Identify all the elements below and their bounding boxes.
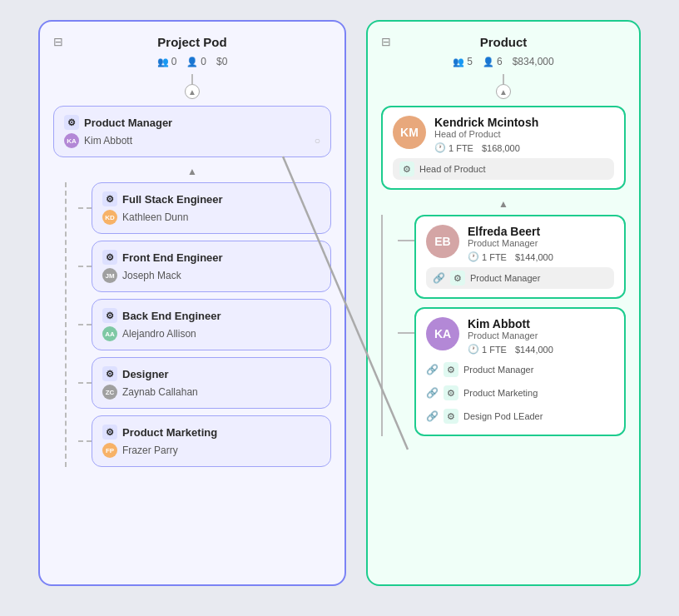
right-stat-roles: 👤 6	[483, 56, 503, 67]
left-child-v-line	[65, 182, 67, 467]
right-child-avatar-0: EB	[426, 225, 459, 258]
gear-icon-1: ⚙	[102, 250, 117, 265]
right-stat-people: 👥 5	[453, 56, 473, 67]
right-root-role-tag: ⚙ Head of Product	[393, 158, 614, 180]
right-expand-button[interactable]: ▲	[497, 196, 510, 211]
left-expand-button[interactable]: ▲	[186, 164, 199, 179]
link-icon-0: 🔗	[433, 272, 445, 284]
avatar-3: ZC	[102, 385, 117, 400]
right-child-info-0: Elfreda Beert Product Manager 🕐 1 FTE $1…	[468, 225, 614, 262]
right-h-line-1	[398, 332, 414, 334]
right-child-details-0: 🕐 1 FTE $144,000	[468, 251, 614, 262]
left-root-card-title: ⚙ Product Manager	[64, 115, 320, 130]
left-panel-stats: 👥 0 👤 0 $0	[53, 56, 331, 67]
link-icon-1a: 🔗	[426, 364, 439, 375]
gear-icon-4: ⚙	[102, 425, 117, 440]
left-panel-collapse-button[interactable]: ⊟	[53, 35, 63, 48]
left-child-card-3[interactable]: ⚙ Designer ZC Zaynab Callahan	[92, 357, 331, 409]
right-panel-header: ⊟ Product	[381, 35, 626, 49]
right-panel: ⊟ Product 👥 5 👤 6 $834,000 ▲	[366, 20, 641, 586]
gear-icon-child-1b: ⚙	[444, 385, 458, 400]
right-child-header-0: EB Elfreda Beert Product Manager 🕐 1 FTE	[426, 225, 614, 262]
left-children-area: ⚙ Full Stack Engineer KD Kathleen Dunn ⚙…	[53, 182, 331, 467]
left-child-h-line-3	[78, 382, 92, 384]
right-child-salary-1: $144,000	[515, 345, 553, 355]
left-child-card-4[interactable]: ⚙ Product Marketing FP Frazer Parry	[92, 415, 331, 467]
left-child-h-line-4	[78, 440, 92, 442]
right-root-fte: 🕐 1 FTE	[434, 142, 473, 153]
avatar-2: AA	[102, 326, 117, 341]
left-root-card-person: KA Kim Abbott ○	[64, 133, 320, 148]
gear-icon-2: ⚙	[102, 308, 117, 323]
card-more-icon[interactable]: ○	[315, 135, 320, 147]
right-child-card-0[interactable]: EB Elfreda Beert Product Manager 🕐 1 FTE	[414, 215, 626, 299]
gear-icon-0: ⚙	[102, 191, 117, 206]
right-child-fte-1: 🕐 1 FTE	[468, 344, 507, 355]
left-child-row-0: ⚙ Full Stack Engineer KD Kathleen Dunn	[78, 182, 331, 234]
left-child-person-2: AA Alejandro Allison	[102, 326, 320, 341]
link-icon-1b: 🔗	[426, 387, 439, 399]
left-child-h-line-2	[78, 324, 92, 325]
right-panel-title: Product	[480, 35, 528, 49]
left-root-avatar: KA	[64, 133, 79, 148]
right-child-salary-0: $144,000	[515, 252, 553, 262]
right-children-toggle: ▲	[381, 196, 626, 211]
right-root-details: 🕐 1 FTE $168,000	[434, 142, 614, 153]
left-child-card-0[interactable]: ⚙ Full Stack Engineer KD Kathleen Dunn	[92, 182, 331, 234]
left-top-connector: ▲	[53, 74, 331, 99]
link-icon-1c: 🔗	[426, 410, 439, 422]
left-child-card-title-2: ⚙ Back End Engineer	[102, 308, 320, 323]
avatar-0: KD	[102, 210, 117, 225]
left-panel-title: Project Pod	[157, 35, 226, 49]
left-child-row-4: ⚙ Product Marketing FP Frazer Parry	[78, 415, 331, 467]
right-panel-collapse-button[interactable]: ⊟	[381, 35, 391, 48]
right-child-name-1: Kim Abbott	[468, 317, 614, 330]
right-child-role-tag-1c: 🔗 ⚙ Design Pod LEader	[426, 406, 614, 426]
right-root-role: Head of Product	[434, 129, 614, 139]
right-child-role-tag-1a: 🔗 ⚙ Product Manager	[426, 360, 614, 380]
right-children-area: EB Elfreda Beert Product Manager 🕐 1 FTE	[381, 215, 626, 436]
right-child-header-1: KA Kim Abbott Product Manager 🕐 1 FTE	[426, 317, 614, 355]
left-collapse-button[interactable]: ▲	[185, 84, 200, 99]
gear-icon-3: ⚙	[102, 366, 117, 381]
left-panel: ⊟ Project Pod 👥 0 👤 0 $0 ▲	[38, 20, 346, 586]
right-root-avatar: KM	[393, 116, 426, 149]
right-child-role-tag-0: 🔗 ⚙ Product Manager	[426, 267, 614, 289]
avatar-4: FP	[102, 443, 117, 458]
roles-icon: 👤	[186, 57, 198, 67]
left-child-card-1[interactable]: ⚙ Front End Engineer JM Joseph Mack	[92, 241, 331, 292]
right-root-card[interactable]: KM Kendrick Mcintosh Head of Product 🕐 1…	[381, 106, 626, 190]
left-child-row-2: ⚙ Back End Engineer AA Alejandro Allison	[78, 299, 331, 350]
left-child-card-2[interactable]: ⚙ Back End Engineer AA Alejandro Allison	[92, 299, 331, 350]
left-child-row-1: ⚙ Front End Engineer JM Joseph Mack	[78, 241, 331, 292]
right-roles-icon: 👤	[483, 57, 494, 67]
gear-icon-child-1a: ⚙	[444, 362, 458, 377]
right-panel-stats: 👥 5 👤 6 $834,000	[381, 56, 626, 67]
right-child-card-1[interactable]: KA Kim Abbott Product Manager 🕐 1 FTE	[414, 307, 626, 436]
right-child-row-0: EB Elfreda Beert Product Manager 🕐 1 FTE	[398, 215, 626, 299]
people-icon: 👥	[157, 57, 169, 67]
right-root-name: Kendrick Mcintosh	[434, 116, 614, 129]
right-child-v-line	[381, 215, 383, 436]
left-child-person-0: KD Kathleen Dunn	[102, 210, 320, 225]
gear-icon-child-0: ⚙	[450, 271, 465, 286]
right-child-role-0: Product Manager	[468, 238, 614, 248]
right-child-name-0: Elfreda Beert	[468, 225, 614, 238]
left-stat-people: 👥 0	[157, 56, 177, 67]
gear-icon: ⚙	[64, 115, 79, 130]
left-child-person-1: JM Joseph Mack	[102, 268, 320, 283]
left-child-card-title-3: ⚙ Designer	[102, 366, 320, 381]
left-root-card[interactable]: ⚙ Product Manager KA Kim Abbott ○	[53, 106, 331, 157]
right-child-details-1: 🕐 1 FTE $144,000	[468, 344, 614, 355]
right-collapse-button[interactable]: ▲	[496, 84, 511, 99]
left-child-card-title-4: ⚙ Product Marketing	[102, 425, 320, 440]
left-stat-roles: 👤 0	[186, 56, 206, 67]
right-child-avatar-1: KA	[426, 317, 459, 350]
left-child-row-3: ⚙ Designer ZC Zaynab Callahan	[78, 357, 331, 409]
right-people-icon: 👥	[453, 57, 464, 67]
right-stat-budget: $834,000	[513, 56, 554, 67]
right-child-role-tag-1b: 🔗 ⚙ Product Marketing	[426, 383, 614, 403]
right-h-line-0	[398, 240, 414, 241]
left-child-card-title-0: ⚙ Full Stack Engineer	[102, 191, 320, 206]
right-child-role-1: Product Manager	[468, 330, 614, 340]
